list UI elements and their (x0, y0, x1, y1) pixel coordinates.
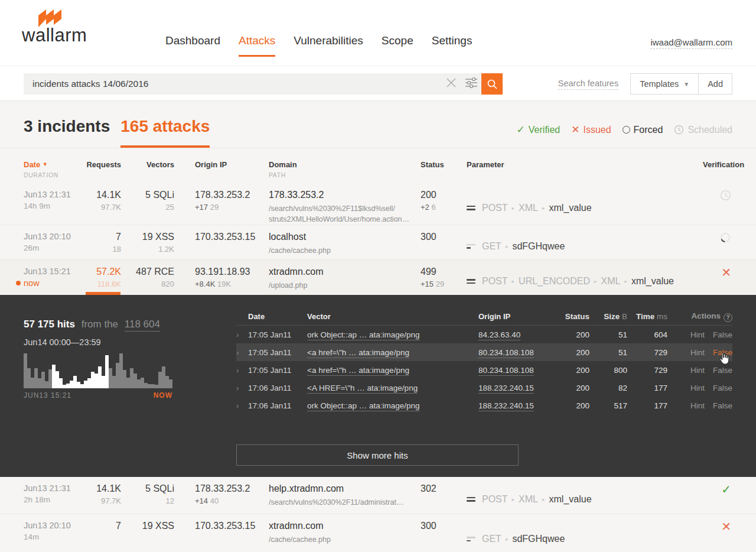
help-icon[interactable]: ? (724, 313, 732, 322)
false-action[interactable]: False (713, 366, 732, 375)
param-value: xml_value (549, 494, 592, 505)
param-segment: POST (482, 494, 508, 505)
expand-chevron-icon[interactable]: › (236, 401, 248, 410)
wallarm-logo[interactable]: wallarm (22, 8, 87, 44)
attack-row[interactable]: Jun13 21:31 2h 18m 14.1K 97.7K 5 SQLi 12… (0, 477, 756, 514)
hint-action[interactable]: Hint (690, 401, 705, 410)
attack-row[interactable]: Jun13 20:10 26m 7 18 19 XSS 1.2K 170.33.… (0, 225, 756, 259)
attack-domain: localhost (269, 232, 421, 242)
param-segment: GET (482, 534, 501, 544)
verification-status-icon[interactable]: ✓ (703, 483, 732, 514)
breadcrumb-arrow-icon: ▸ (512, 278, 515, 284)
hit-origin-link[interactable]: 188.232.240.15 (478, 384, 534, 394)
histogram-bar (169, 379, 172, 389)
nav-vulnerabilities[interactable]: Vulnerabilities (294, 34, 363, 57)
expand-chevron-icon[interactable]: › (236, 330, 248, 339)
param-value: xml_value (631, 276, 674, 287)
verification-status-icon[interactable] (703, 190, 732, 225)
hit-origin-link[interactable]: 80.234.108.108 (478, 366, 534, 376)
param-segment: XML (601, 276, 621, 287)
breadcrumb-arrow-icon: ▸ (506, 243, 509, 249)
hint-action[interactable]: Hint (690, 384, 705, 392)
attack-parameter: POST▸XML▸xml_value (467, 191, 703, 225)
attacks-count[interactable]: 165 attacks (120, 117, 210, 148)
clear-search-icon[interactable] (441, 77, 461, 90)
hint-action[interactable]: Hint (690, 366, 705, 375)
hit-vector-link[interactable]: ork Object::ap … ata:image/png (307, 330, 420, 340)
legend-verified[interactable]: ✓ Verified (517, 124, 561, 136)
search-features-link[interactable]: Search features (558, 79, 618, 90)
param-segment: POST (482, 276, 508, 287)
verification-status-icon[interactable] (703, 232, 732, 259)
param-segment: XML (519, 203, 538, 213)
hit-row[interactable]: › 17:05 Jan11 ork Object::ap … ata:image… (236, 326, 732, 343)
histogram-start-label: JUN13 15:21 (24, 391, 71, 400)
legend-forced[interactable]: Forced (623, 124, 663, 136)
attack-parameter: GET▸sdFGHqwee (467, 233, 703, 259)
hits-summary: 57 175 hits from the 118 604 Jun14 00:00… (24, 319, 160, 347)
false-action[interactable]: False (713, 384, 732, 392)
verification-status-icon[interactable]: ✕ (703, 521, 732, 552)
false-action[interactable]: False (713, 348, 732, 357)
attack-domain: xtradmn.com (269, 267, 421, 277)
nav-attacks[interactable]: Attacks (239, 34, 275, 57)
show-more-hits-button[interactable]: Show more hits (236, 444, 519, 466)
wallarm-attacks-page: wallarm Dashboard Attacks Vulnerabilitie… (0, 0, 756, 552)
param-segment: XML (519, 494, 538, 505)
hit-origin-link[interactable]: 80.234.108.108 (478, 348, 534, 358)
hit-row[interactable]: › 17:05 Jan11 <a href=\"h … ata:image/pn… (236, 361, 732, 379)
search-input[interactable]: incidents attacks 14/06/2016 (24, 73, 481, 95)
verification-status-icon[interactable]: ✕ (703, 267, 732, 295)
hits-total-link[interactable]: 118 604 (125, 319, 160, 332)
breadcrumb-arrow-icon: ▸ (624, 278, 627, 284)
hit-row[interactable]: › 17:06 Jan11 <A HREF=\"h … ata:image/pn… (236, 379, 732, 397)
user-email[interactable]: iwaad@wallarm.com (650, 37, 732, 49)
breadcrumb-arrow-icon: ▸ (542, 496, 545, 502)
false-action[interactable]: False (713, 401, 732, 410)
hit-vector-link[interactable]: <A HREF=\"h … ata:image/png (307, 384, 418, 394)
nav-dashboard[interactable]: Dashboard (165, 34, 220, 57)
nav-scope[interactable]: Scope (382, 34, 413, 57)
expand-chevron-icon[interactable]: › (236, 348, 248, 357)
attack-row[interactable]: Jun13 21:31 14h 9m 14.1K 97.7K 5 SQLi 25… (0, 183, 756, 225)
hit-vector-link[interactable]: ork Object::ap … ata:image/png (307, 401, 420, 411)
attack-parameter: POST▸URL_ENCODED▸XML▸xml_value (467, 268, 703, 295)
hit-row[interactable]: › 17:05 Jan11 <a href=\"h … ata:image/pn… (236, 343, 732, 361)
issued-x-icon: ✕ (721, 521, 731, 552)
hint-action[interactable]: Hint (690, 348, 705, 357)
get-method-icon (467, 244, 475, 249)
hits-detail-panel: 57 175 hits from the 118 604 Jun14 00:00… (0, 295, 756, 477)
sort-desc-icon: ▼ (43, 161, 48, 167)
nav-settings[interactable]: Settings (432, 34, 472, 57)
hit-vector-link[interactable]: <a href=\"h … ata:image/png (307, 366, 409, 376)
expand-chevron-icon[interactable]: › (236, 384, 248, 392)
attack-parameter: POST▸XML▸xml_value (467, 485, 703, 514)
hit-origin-link[interactable]: 188.232.240.15 (478, 401, 534, 411)
hit-row[interactable]: › 17:06 Jan11 ork Object::ap … ata:image… (236, 397, 732, 414)
false-action[interactable]: False (713, 330, 732, 339)
search-query-text[interactable]: incidents attacks 14/06/2016 (24, 79, 441, 89)
attack-domain: 178.33.253.2 (269, 190, 421, 200)
legend-issued[interactable]: ✕ Issued (571, 124, 611, 136)
breadcrumb-arrow-icon: ▸ (506, 536, 509, 542)
search-button[interactable] (481, 73, 503, 95)
attack-path: /upload.php (269, 280, 421, 291)
hits-histogram[interactable] (24, 352, 172, 388)
col-date[interactable]: Date ▼ DURATION (24, 160, 86, 178)
hit-col-vector: Vector (295, 312, 467, 321)
attack-path: /cache/cachee.php (269, 534, 421, 545)
add-button[interactable]: Add (698, 74, 732, 94)
expand-chevron-icon[interactable]: › (236, 366, 248, 375)
templates-button[interactable]: Templates ▼ (631, 74, 698, 94)
hit-origin-link[interactable]: 84.23.63.40 (478, 330, 520, 340)
param-segment: URL_ENCODED (519, 276, 590, 287)
col-vectors: Vectors (121, 160, 174, 178)
hit-vector-link[interactable]: <a href=\"h … ata:image/png (307, 348, 409, 358)
hint-action[interactable]: Hint (690, 330, 705, 339)
incidents-count[interactable]: 3 incidents (24, 117, 110, 148)
filter-sliders-icon[interactable] (461, 77, 481, 91)
attack-row[interactable]: Jun13 20:10 14m 7 19 XSS 170.33.253.15 x… (0, 514, 756, 552)
post-method-icon (467, 206, 475, 210)
legend-scheduled[interactable]: Scheduled (674, 124, 732, 136)
attack-row-selected[interactable]: Jun13 15:21 now 57.2K 118.6K 487 RCE 820… (0, 259, 756, 295)
